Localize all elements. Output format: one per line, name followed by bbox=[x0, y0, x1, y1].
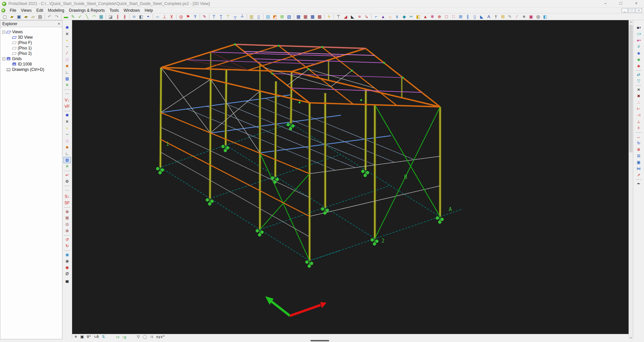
zoom-mode-icon[interactable]: ▣ bbox=[80, 335, 84, 339]
bolt-icon[interactable]: ϟ bbox=[326, 13, 333, 20]
snap-intersection-icon[interactable]: ✖ bbox=[635, 93, 642, 99]
deselect-icon[interactable]: ✕ bbox=[63, 31, 71, 37]
clip-red-icon[interactable]: ◈ bbox=[635, 63, 642, 69]
maximize-button[interactable]: □ bbox=[613, 0, 629, 7]
circle-x-icon[interactable]: ⊗ bbox=[635, 146, 642, 153]
zoom-selected-icon[interactable]: ⊙ bbox=[63, 221, 71, 228]
explorer-close-icon[interactable]: × bbox=[58, 22, 60, 26]
ruler-pencil-icon[interactable]: ✎ bbox=[506, 13, 513, 20]
show-all-icon[interactable]: ◉ bbox=[63, 252, 71, 258]
stiffener-icon[interactable]: k bbox=[394, 13, 401, 20]
wave-view-icon[interactable]: ≋ bbox=[131, 13, 138, 20]
clip-green-icon[interactable]: ◈ bbox=[635, 56, 642, 63]
node-select-icon[interactable]: ▪ bbox=[63, 37, 71, 44]
trim-icon[interactable]: ✂ bbox=[408, 13, 415, 20]
person-icon[interactable]: ☻ bbox=[63, 63, 71, 69]
snap-off-icon[interactable]: ✕ bbox=[635, 87, 642, 93]
plate-icon[interactable]: ◩ bbox=[271, 13, 279, 20]
frame-icon[interactable]: □ bbox=[443, 13, 450, 20]
tree-item-drawings[interactable]: Drawings (Ctrl+D) bbox=[0, 67, 62, 72]
plane-panel-icon[interactable]: ▦ bbox=[63, 76, 71, 82]
snap-endpoint-icon[interactable]: ⊢ bbox=[635, 106, 642, 112]
flow-arrows-icon[interactable]: ⇉ bbox=[150, 335, 153, 339]
channel-icon[interactable]: ⌂ bbox=[387, 13, 394, 20]
axis-g-icon[interactable]: ↑g bbox=[122, 335, 126, 339]
undo-icon[interactable]: ↶ bbox=[46, 13, 53, 20]
rehide-icon[interactable]: ↻ bbox=[63, 243, 71, 249]
wedge-icon[interactable]: ◣ bbox=[349, 13, 356, 20]
workplane-icon[interactable]: # bbox=[635, 44, 642, 50]
zoom-extents-icon[interactable]: ⊕ bbox=[63, 209, 71, 215]
angle-tool-2-icon[interactable]: ∟ bbox=[63, 151, 71, 157]
purlin-1-icon[interactable]: ▦ bbox=[295, 13, 302, 20]
support-pin-icon[interactable]: ⊥ bbox=[161, 13, 168, 20]
polyline-select-icon[interactable]: ~ bbox=[63, 44, 71, 50]
axis-v-icon[interactable]: ↑v bbox=[115, 335, 119, 339]
view-cone-icon[interactable]: ▽ bbox=[635, 78, 642, 84]
snap-perpendicular-icon[interactable]: ⊥ bbox=[635, 119, 642, 125]
steel-beam-3-icon[interactable]: ┬ bbox=[232, 13, 239, 20]
save-icon[interactable]: ▣ bbox=[15, 13, 22, 20]
invisible-icon[interactable]: Ø bbox=[63, 271, 71, 277]
tree-expander-icon[interactable] bbox=[8, 47, 11, 50]
taskbar-handle[interactable] bbox=[310, 340, 329, 341]
tree-expander-icon[interactable] bbox=[8, 36, 11, 39]
dots-icon[interactable]: ⋯ bbox=[63, 91, 71, 97]
deselect-2-icon[interactable]: ✕ bbox=[63, 119, 71, 125]
arc-member-icon[interactable]: ◠ bbox=[91, 13, 98, 20]
line-draw-icon[interactable]: ∕ bbox=[63, 50, 71, 56]
viewport-scrollbar[interactable]: ▲ ▼ bbox=[629, 20, 633, 339]
dim-skew-icon[interactable]: ∦ bbox=[121, 13, 128, 20]
haunch-icon[interactable]: ◢ bbox=[342, 13, 349, 20]
mdi-close-button[interactable]: × bbox=[636, 8, 642, 13]
print-icon[interactable]: ▤ bbox=[37, 13, 44, 20]
open-icon[interactable]: ▰ bbox=[8, 13, 15, 20]
menu-modeling[interactable]: Modeling bbox=[46, 8, 67, 13]
tree-item-piso-1[interactable]: (Piso 1) bbox=[0, 45, 62, 51]
anchor-t-icon[interactable]: ⊤ bbox=[335, 13, 342, 20]
open-model-icon[interactable]: ▰ bbox=[22, 13, 30, 20]
list-icon[interactable]: ≡ bbox=[521, 13, 528, 20]
ramp-icon[interactable]: ◣ bbox=[478, 13, 485, 20]
steel-beam-2-icon[interactable]: Ţ bbox=[217, 13, 225, 20]
person-2-icon[interactable]: ☻ bbox=[63, 144, 71, 151]
rotate-view-icon[interactable]: ↻ bbox=[635, 140, 642, 146]
paint-icon[interactable]: ✒ bbox=[635, 181, 642, 187]
dome-icon[interactable]: ◓ bbox=[145, 13, 152, 20]
wall-panel-icon[interactable]: ▯ bbox=[471, 13, 478, 20]
snap-midpoint-icon[interactable]: ⊣ bbox=[635, 112, 642, 119]
filter-icon[interactable]: ▽ bbox=[137, 335, 140, 339]
minimize-button[interactable]: – bbox=[598, 0, 613, 7]
angle-value[interactable]: 0° bbox=[87, 335, 91, 339]
node-select-2-icon[interactable]: ▪ bbox=[63, 125, 71, 131]
tree-item-views[interactable]: − Views bbox=[0, 29, 62, 35]
measure-icon[interactable]: ↔ bbox=[635, 134, 642, 140]
unhide-last-icon[interactable]: ↺ bbox=[63, 237, 71, 243]
split-member-icon[interactable]: ╲ bbox=[84, 13, 91, 20]
settings-gear-icon[interactable]: ⚙ bbox=[63, 178, 71, 185]
display-render-icon[interactable]: ◆ ▾ bbox=[635, 37, 642, 44]
level-icon[interactable]: ▄ bbox=[63, 277, 71, 284]
create-member-icon[interactable]: ▬ bbox=[62, 13, 69, 20]
flame-icon[interactable]: ▲ bbox=[422, 13, 429, 20]
window-icon[interactable]: ⊞ bbox=[499, 13, 506, 20]
sketch-icon[interactable]: ✎ bbox=[201, 13, 208, 20]
split-arrows-icon[interactable]: ⇅ bbox=[102, 335, 105, 339]
screen-icon[interactable]: ▣ bbox=[528, 13, 535, 20]
tree-item-grids[interactable]: − Grids bbox=[0, 56, 62, 61]
redo-icon[interactable]: ↷ bbox=[53, 13, 60, 20]
select-2-icon[interactable]: ✱ bbox=[63, 112, 71, 119]
beam-folder-icon[interactable]: ⊤ bbox=[225, 13, 232, 20]
plane-panel-2-icon[interactable]: ▦ bbox=[63, 157, 71, 163]
menu-help[interactable]: Help bbox=[142, 8, 155, 13]
ortho-angle-value[interactable]: ∟0 bbox=[94, 335, 99, 339]
scroll-up-icon[interactable]: ▲ bbox=[629, 20, 633, 23]
window-grid-icon[interactable]: ⊞ bbox=[457, 13, 464, 20]
snap-points-icon[interactable]: ∴ bbox=[635, 99, 642, 106]
modify-member-icon[interactable]: ✎ bbox=[69, 13, 77, 20]
grating-icon[interactable]: ∷ bbox=[450, 13, 457, 20]
snap-plane-icon[interactable]: ◊ bbox=[635, 125, 642, 131]
stairs-icon[interactable]: ≡ bbox=[356, 13, 363, 20]
purlin-2-icon[interactable]: ▦ bbox=[302, 13, 309, 20]
polygon-select-2-icon[interactable]: ◇ bbox=[63, 138, 71, 144]
